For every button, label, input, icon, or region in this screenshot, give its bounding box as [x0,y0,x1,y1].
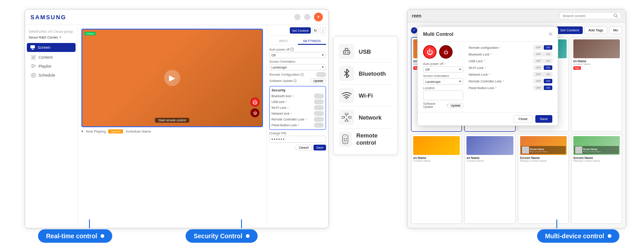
svg-point-17 [345,52,346,53]
usb-lock-on-btn[interactable]: ON [544,59,552,63]
screen-card[interactable]: en Name Content Name Tag1 [571,37,622,132]
modal-power-off-button[interactable]: ⏻ [439,45,453,59]
tab-settings[interactable]: SETTINGS [298,38,326,45]
panel-button-lock-on-btn[interactable]: ON [544,86,552,90]
network-lock-on-btn[interactable]: ON [544,72,552,77]
network-lock-off-btn[interactable]: OFF [534,72,543,77]
remote-config-toggle[interactable] [316,72,326,77]
bluetooth-lock-toggle[interactable] [314,94,324,99]
remote-controller-lock-on-btn[interactable]: ON [544,79,552,83]
modal-auto-power-field: Auto power off ? Off▾ [423,62,463,73]
sidebar-item-schedule[interactable]: Schedule [25,71,77,80]
pin-field[interactable]: •••••• [269,136,326,143]
panel-button-lock-off-btn[interactable]: OFF [534,86,543,90]
panel-button-lock-toggle[interactable] [314,123,324,128]
settings-tabs: INFO SETTINGS [269,38,326,45]
remote-config-off-btn[interactable]: OFF [534,45,543,50]
software-update-button[interactable]: Update [310,78,326,83]
realtime-control-label-area: Real-time control [38,229,112,243]
modal-software-update-button[interactable]: Update [448,103,463,108]
remote-controller-lock-off-btn[interactable]: OFF [534,79,543,83]
online-badge: Online [85,32,96,35]
svg-rect-22 [349,116,352,118]
screen-content-label: Playing Content Name [520,159,567,162]
sidebar-item-playlist[interactable]: Playlist [25,62,77,71]
panel-button-lock-row: Panel Button Lock ? [271,123,324,128]
panel-button-lock-info-icon: ? [298,124,299,127]
more-icon[interactable]: ⋮ [320,27,326,34]
search-input[interactable] [563,14,612,18]
screen-orientation-row: Screen Orientation Landscape▾ [269,60,326,70]
now-playing-row: ▾ Now Playing Update Schedule Name [81,129,263,133]
remote-label: Remote control [356,132,392,146]
svg-point-32 [344,140,345,141]
power-on-button[interactable]: ⏻ [250,98,259,107]
auto-power-select[interactable]: Off▾ [269,52,326,58]
svg-rect-11 [33,73,33,74]
cancel-button[interactable]: Cancel [296,145,312,150]
set-content-button[interactable]: Set Content [290,27,311,34]
bluetooth-icon [339,66,354,81]
screen-overlay-label: Start remote control [155,118,189,123]
modal-close-icon[interactable]: × [549,30,552,38]
usb-lock-toggle[interactable] [314,99,324,104]
tab-info[interactable]: INFO [269,38,298,45]
network-lock-toggle[interactable] [314,111,324,116]
wifi-lock-off-btn[interactable]: OFF [534,65,543,70]
right-more-button[interactable]: Mo [609,26,622,34]
svg-rect-29 [344,136,347,137]
sidebar-item-screen[interactable]: Screen [27,43,76,52]
security-icons-panel: USB Bluetooth Wi-Fi [333,36,398,155]
modal-power-on-button[interactable]: ⏻ [423,45,436,59]
remote-config-info-icon: ? [301,73,304,76]
right-set-content-button[interactable]: Set Content [556,26,582,34]
right-add-tags-button[interactable]: Add Tags [585,26,607,34]
power-off-button[interactable]: ⏻ [250,108,259,117]
usb-lock-off-btn[interactable]: OFF [534,59,543,63]
screen-preview: Online ▶ Start remote control ⏻ ⏻ [81,29,263,127]
modal-wifi-lock-info-icon: ? [484,66,486,69]
play-button[interactable]: ▶ [164,70,180,86]
samsung-main: Online ▶ Start remote control ⏻ ⏻ ▾ Now … [78,25,328,227]
modal-auto-power-select[interactable]: Off▾ [423,66,463,73]
form-action-buttons: Cancel Save [269,145,326,150]
right-panel-title: reen [412,13,421,18]
screen-card[interactable]: en Name Content Name [411,134,462,224]
wifi-lock-info-icon: ? [287,107,288,109]
wifi-lock-toggle[interactable] [314,105,324,110]
bluetooth-lock-off-btn[interactable]: OFF [534,52,543,56]
modal-wifi-lock-toggles: OFF ON [534,65,552,70]
modal-save-button[interactable]: Save [535,115,552,123]
settings-top-bar: Set Content ↻ ⋮ [269,27,326,36]
modal-close-button[interactable]: Close [513,115,532,123]
refresh-icon[interactable]: ↻ [312,27,318,34]
wifi-lock-on-btn[interactable]: ON [544,65,552,70]
modal-remote-config-info-icon: ? [500,46,501,49]
notification-icon[interactable] [294,14,301,20]
modal-network-lock-toggles: OFF ON [534,72,552,77]
bluetooth-lock-on-btn[interactable]: ON [544,52,552,56]
screen-card-named-1[interactable]: Screen Name Playing Content Name Screen … [518,134,569,224]
user-icon[interactable] [304,14,310,20]
save-button[interactable]: Save [314,145,326,150]
modal-location-input[interactable] [423,90,463,100]
svg-point-18 [347,52,349,53]
modal-screen-orientation-select[interactable]: Landscape▾ [423,78,463,85]
realtime-control-badge: Real-time control [38,229,112,243]
screen-orientation-select[interactable]: Landscape▾ [269,64,326,70]
svg-rect-12 [34,73,34,74]
right-panel-header: reen [407,9,626,22]
screen-card-named-2[interactable]: Screen Name Playing Content Name Screen … [571,134,622,224]
screen-card[interactable]: en Name Content Name [464,134,515,224]
modal-screen-orientation-field: Screen Orientation Landscape▾ [423,74,463,85]
modal-remote-controller-lock-row: Remote Controller Lock ? OFF ON [469,79,552,83]
modal-software-update-row: Software Update ? Update [423,102,463,108]
network-lock-info-icon: ? [290,112,292,115]
usb-lock-row: USB lock ? [271,99,324,104]
svg-rect-20 [345,113,348,115]
check-icon: ✓ [411,27,417,34]
sidebar-item-content[interactable]: Content [25,53,77,62]
remote-controller-lock-toggle[interactable] [314,117,324,122]
remote-config-on-btn[interactable]: ON [544,45,552,50]
modal-panel-button-lock-toggles: OFF ON [534,86,552,90]
